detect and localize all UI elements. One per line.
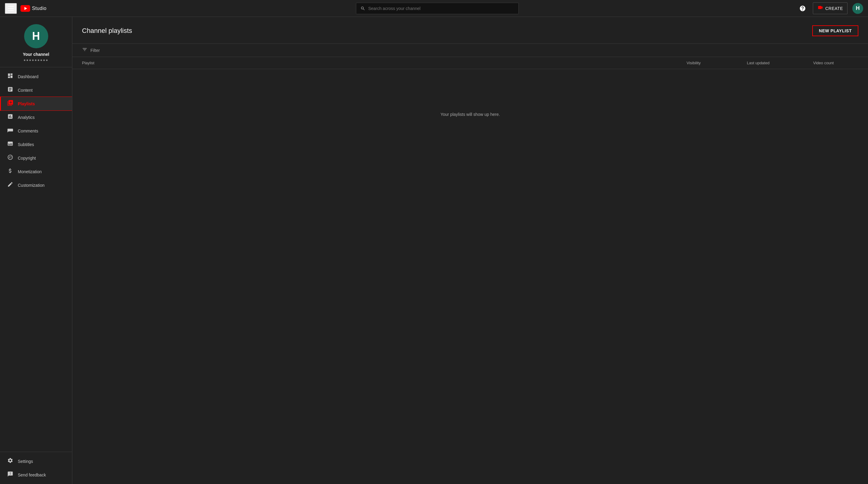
sidebar-item-label-content: Content xyxy=(18,88,33,93)
settings-icon xyxy=(7,457,13,465)
topbar: Studio CREATE H xyxy=(0,0,868,17)
customization-icon xyxy=(7,181,13,189)
content-icon xyxy=(7,86,13,94)
column-video-count: Video count xyxy=(813,61,858,65)
create-plus-icon xyxy=(817,4,824,10)
topbar-right: CREATE H xyxy=(797,2,863,14)
new-playlist-button[interactable]: NEW PLAYLIST xyxy=(812,25,858,36)
playlists-icon xyxy=(7,100,13,107)
sidebar-item-label-monetization: Monetization xyxy=(18,169,41,174)
sidebar-item-copyright[interactable]: Copyright xyxy=(0,151,72,165)
avatar-button[interactable]: H xyxy=(852,3,863,14)
create-label: CREATE xyxy=(825,6,843,11)
sidebar-item-subtitles[interactable]: Subtitles xyxy=(0,138,72,151)
sidebar-item-label-send-feedback: Send feedback xyxy=(18,473,46,477)
sidebar-item-customization[interactable]: Customization xyxy=(0,178,72,192)
channel-avatar: H xyxy=(24,24,48,48)
sidebar-item-label-analytics: Analytics xyxy=(18,115,35,120)
sidebar-item-monetization[interactable]: Monetization xyxy=(0,165,72,178)
sidebar-item-comments[interactable]: Comments xyxy=(0,124,72,138)
sidebar-bottom: Settings Send feedback xyxy=(0,452,72,484)
sidebar-item-dashboard[interactable]: Dashboard xyxy=(0,70,72,83)
analytics-icon xyxy=(7,113,13,121)
sidebar-item-analytics[interactable]: Analytics xyxy=(0,110,72,124)
filter-label[interactable]: Filter xyxy=(90,48,100,53)
create-icon xyxy=(817,4,824,12)
filter-icon xyxy=(82,47,87,54)
svg-rect-3 xyxy=(819,7,821,7)
avatar-letter: H xyxy=(856,5,860,11)
youtube-icon xyxy=(21,5,30,12)
feedback-icon xyxy=(7,471,13,479)
comments-icon xyxy=(7,127,13,135)
sidebar-item-playlists[interactable]: Playlists xyxy=(0,97,72,110)
search-input[interactable] xyxy=(368,6,514,11)
search-bar xyxy=(356,3,519,14)
empty-message: Your playlists will show up here. xyxy=(440,112,500,117)
studio-label: Studio xyxy=(32,6,46,11)
sidebar-item-content[interactable]: Content xyxy=(0,83,72,97)
sidebar: H Your channel ●●●●●●●●● Dashboard Conte… xyxy=(0,17,72,484)
dashboard-icon xyxy=(7,73,13,80)
monetization-icon xyxy=(7,168,13,175)
copyright-icon xyxy=(7,154,13,162)
help-button[interactable] xyxy=(797,3,808,14)
layout: H Your channel ●●●●●●●●● Dashboard Conte… xyxy=(0,17,868,484)
sidebar-item-settings[interactable]: Settings xyxy=(0,454,72,468)
help-icon xyxy=(799,5,806,12)
filter-bar: Filter xyxy=(72,44,868,57)
sidebar-item-label-dashboard: Dashboard xyxy=(18,74,38,79)
nav-section: Dashboard Content Playlists xyxy=(0,67,72,452)
sidebar-item-send-feedback[interactable]: Send feedback xyxy=(0,468,72,482)
sidebar-item-label-settings: Settings xyxy=(18,459,33,464)
channel-avatar-letter: H xyxy=(32,30,40,42)
empty-state: Your playlists will show up here. xyxy=(72,69,868,160)
main-content: Channel playlists NEW PLAYLIST Filter Pl… xyxy=(72,17,868,484)
topbar-center xyxy=(77,3,797,14)
content-header: Channel playlists NEW PLAYLIST xyxy=(72,17,868,44)
channel-handle: ●●●●●●●●● xyxy=(24,58,49,62)
topbar-left: Studio xyxy=(5,3,77,14)
search-icon xyxy=(361,6,365,11)
sidebar-item-label-comments: Comments xyxy=(18,129,38,133)
channel-name: Your channel xyxy=(23,52,50,57)
column-visibility: Visibility xyxy=(687,61,747,65)
menu-button[interactable] xyxy=(5,3,17,14)
sidebar-item-label-copyright: Copyright xyxy=(18,156,36,161)
column-last-updated: Last updated xyxy=(747,61,813,65)
column-playlist: Playlist xyxy=(82,61,687,65)
sidebar-item-label-customization: Customization xyxy=(18,183,44,188)
page-title: Channel playlists xyxy=(82,27,132,35)
table-header: Playlist Visibility Last updated Video c… xyxy=(72,57,868,69)
channel-profile: H Your channel ●●●●●●●●● xyxy=(0,17,72,67)
create-button[interactable]: CREATE xyxy=(813,2,847,14)
logo[interactable]: Studio xyxy=(21,5,46,12)
sidebar-item-label-subtitles: Subtitles xyxy=(18,142,34,147)
sidebar-item-label-playlists: Playlists xyxy=(18,102,35,106)
subtitles-icon xyxy=(7,141,13,148)
